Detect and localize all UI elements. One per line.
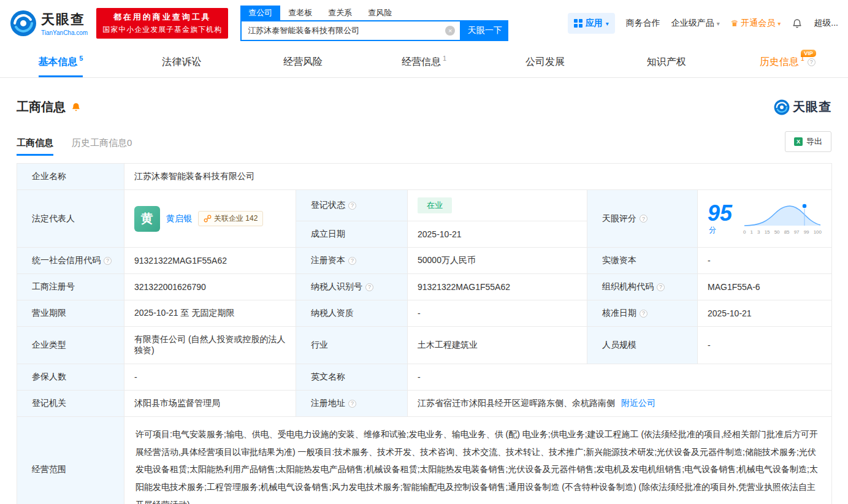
tianyancha-logo-icon <box>10 10 37 37</box>
english-name-value: - <box>408 364 832 391</box>
registry-value: 沭阳县市场监督管理局 <box>124 391 296 417</box>
search-button[interactable]: 天眼一下 <box>461 20 508 41</box>
logo-text-cn: 天眼查 <box>41 10 88 29</box>
tab-basic-info-count: 5 <box>79 55 83 62</box>
paid-capital-label: 实缴资本 <box>587 248 698 274</box>
tab-company-development-label: 公司发展 <box>525 56 565 69</box>
reg-capital-label: 注册资本? <box>296 248 408 274</box>
search-tab-company[interactable]: 查公司 <box>240 6 280 20</box>
search-tabs: 查公司 查老板 查关系 查风险 <box>240 6 508 20</box>
tab-company-development[interactable]: 公司发展 <box>484 47 606 77</box>
brand-watermark-text: 天眼查 <box>793 99 831 115</box>
tab-history-info[interactable]: VIP 历史信息 1 ? <box>727 47 848 77</box>
status-badge: 在业 <box>418 197 452 213</box>
link-enterprise-products[interactable]: 企业级产品 ▾ <box>671 18 720 29</box>
score-curve-icon <box>743 202 822 227</box>
reg-capital-label-text: 注册资本 <box>311 255 345 265</box>
approved-date-value: 2025-10-21 <box>698 300 832 327</box>
search-input-wrap: × <box>240 20 461 41</box>
registry-label: 登记机关 <box>17 391 124 417</box>
subtab-business-info[interactable]: 工商信息 <box>17 137 53 156</box>
search-tab-relation[interactable]: 查关系 <box>320 6 360 20</box>
org-code-value: MAG1F55A-6 <box>698 274 832 300</box>
taxpayer-quality-value: - <box>408 300 587 327</box>
business-term-label: 营业期限 <box>17 300 124 327</box>
tab-business-info[interactable]: 经营信息 1 <box>364 47 485 77</box>
info-icon[interactable]: ? <box>348 202 356 210</box>
logo-text: 天眼查 TianYanCha.com <box>41 10 88 36</box>
tick: 85 <box>784 229 790 235</box>
link-open-membership[interactable]: ♛ 开通会员 ▾ <box>731 18 781 29</box>
related-companies-badge[interactable]: 关联企业 142 <box>198 211 263 226</box>
business-info-table: 企业名称 江苏沐泰智能装备科技有限公司 法定代表人 黄 黄启银 关联企业 142 <box>17 163 832 504</box>
top-right-nav: 应用 ▾ 商务合作 企业级产品 ▾ ♛ 开通会员 ▾ 超级... <box>568 13 838 34</box>
search-area: 查公司 查老板 查关系 查风险 × 天眼一下 <box>240 6 508 41</box>
reg-status-label: 登记状态? <box>296 190 408 221</box>
table-row: 企业名称 江苏沐泰智能装备科技有限公司 <box>17 164 832 190</box>
taxpayer-id-label: 纳税人识别号? <box>296 274 408 300</box>
english-name-label: 英文名称 <box>296 364 408 391</box>
apps-label: 应用 <box>586 18 603 29</box>
reg-status-label-text: 登记状态 <box>311 200 345 210</box>
taxpayer-quality-label: 纳税人资质 <box>296 300 408 327</box>
company-type-value: 有限责任公司 (自然人投资或控股的法人独资) <box>124 327 296 364</box>
tianyancha-logo[interactable]: 天眼查 TianYanCha.com <box>10 10 88 37</box>
reg-number-label: 工商注册号 <box>17 274 124 300</box>
info-icon[interactable]: ? <box>348 400 356 408</box>
score-label-text: 天眼评分 <box>602 213 636 223</box>
industry-label: 行业 <box>296 327 408 364</box>
link-open-membership-label: 开通会员 <box>741 18 775 29</box>
tab-history-info-label: 历史信息 <box>760 56 799 69</box>
info-icon[interactable]: ? <box>640 310 647 318</box>
caret-down-icon: ▾ <box>606 20 609 27</box>
tab-legal-litigation[interactable]: 法律诉讼 <box>121 47 243 77</box>
search-tab-boss[interactable]: 查老板 <box>280 6 320 20</box>
tick: 1 <box>751 229 753 235</box>
score-number: 95分 <box>708 202 735 235</box>
subscribe-bell-button[interactable] <box>71 102 82 113</box>
tab-intellectual-property[interactable]: 知识产权 <box>606 47 727 77</box>
link-business-cooperation[interactable]: 商务合作 <box>626 18 660 29</box>
info-icon[interactable]: ? <box>808 58 816 66</box>
subtab-history-business-info[interactable]: 历史工商信息0 <box>72 137 132 156</box>
top-header: 天眼查 TianYanCha.com 都在用的商业查询工具 国家中小企业发展子基… <box>0 0 848 47</box>
tianyancha-logo-icon <box>774 99 790 115</box>
establish-date-label: 成立日期 <box>296 221 408 248</box>
legal-rep-avatar[interactable]: 黄 <box>134 206 160 232</box>
link-super[interactable]: 超级... <box>814 18 838 29</box>
info-icon[interactable]: ? <box>365 283 373 291</box>
related-companies-icon <box>204 215 212 223</box>
notification-bell-icon[interactable] <box>792 18 803 29</box>
table-row: 登记机关 沭阳县市场监督管理局 注册地址? 江苏省宿迁市沭阳县经开区迎晖路东侧、… <box>17 391 832 417</box>
nearby-companies-link[interactable]: 附近公司 <box>621 398 655 408</box>
main-content: 工商信息 天眼查 工商信息 历史工商信息0 X 导出 <box>0 99 848 504</box>
address-text: 江苏省宿迁市沭阳县经开区迎晖路东侧、余杭路南侧 <box>418 398 615 408</box>
credit-code-label-text: 统一社会信用代码 <box>32 255 101 265</box>
search-tab-risk[interactable]: 查风险 <box>360 6 400 20</box>
tick: 100 <box>814 229 822 235</box>
company-type-label: 企业类型 <box>17 327 124 364</box>
company-name-value: 江苏沐泰智能装备科技有限公司 <box>124 164 832 190</box>
export-button[interactable]: X 导出 <box>785 131 831 152</box>
apps-button[interactable]: 应用 ▾ <box>568 13 615 34</box>
promo-banner: 都在用的商业查询工具 国家中小企业发展子基金旗下机构 <box>96 8 228 39</box>
tick: 99 <box>804 229 809 235</box>
info-icon[interactable]: ? <box>104 257 112 265</box>
tianyan-score[interactable]: 95分 0 1 3 15 <box>708 202 822 235</box>
company-name-label: 企业名称 <box>17 164 124 190</box>
page-title: 工商信息 <box>17 99 66 115</box>
search-input[interactable] <box>242 21 460 40</box>
tab-basic-info[interactable]: 基本信息 5 <box>0 47 121 77</box>
taxpayer-id-value: 91321322MAG1F55A62 <box>408 274 587 300</box>
tick: 97 <box>794 229 800 235</box>
reg-status-value: 在业 <box>408 190 587 221</box>
staff-size-value: - <box>698 327 832 364</box>
info-icon[interactable]: ? <box>640 215 647 223</box>
legal-rep-name-link[interactable]: 黄启银 <box>166 213 192 224</box>
info-icon[interactable]: ? <box>657 283 665 291</box>
reg-number-value: 321322001626790 <box>124 274 296 300</box>
tab-business-risk[interactable]: 经营风险 <box>242 47 364 77</box>
info-icon[interactable]: ? <box>348 257 356 265</box>
table-row: 工商注册号 321322001626790 纳税人识别号? 91321322MA… <box>17 274 832 300</box>
clear-icon[interactable]: × <box>445 26 455 36</box>
